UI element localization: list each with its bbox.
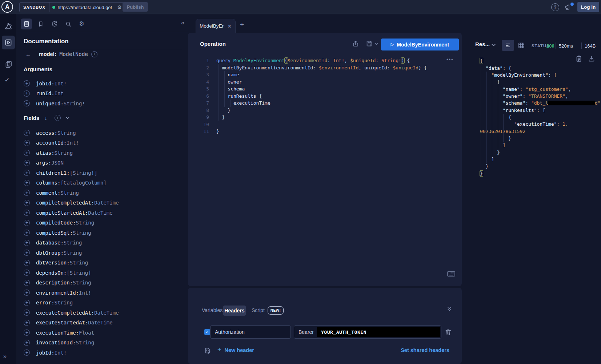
preflight-script-button[interactable]: [204, 347, 211, 354]
add-to-query-icon[interactable]: +: [24, 260, 30, 266]
field-row[interactable]: +jobId: Int!: [24, 348, 119, 358]
saved-operations-button[interactable]: [37, 21, 44, 27]
field-type[interactable]: Int!: [55, 81, 67, 86]
field-type[interactable]: [CatalogColumn]: [60, 180, 106, 186]
field-type[interactable]: Int!: [79, 290, 91, 296]
field-row[interactable]: +childrenL1: [String!]: [24, 168, 119, 178]
rail-item-schema[interactable]: [5, 23, 12, 30]
add-to-query-icon[interactable]: +: [24, 250, 30, 256]
close-tab-button[interactable]: ✕: [227, 24, 232, 29]
publish-button[interactable]: Publish: [123, 2, 148, 12]
new-header-button[interactable]: + New header: [217, 346, 254, 354]
argument-row[interactable]: +uniqueId: String!: [24, 98, 85, 109]
field-row[interactable]: +environmentId: Int!: [24, 288, 119, 298]
field-type[interactable]: String: [64, 250, 82, 256]
add-to-query-icon[interactable]: +: [24, 80, 30, 86]
add-to-query-icon[interactable]: +: [24, 160, 30, 166]
field-type[interactable]: JSON: [51, 160, 64, 166]
set-shared-headers-button[interactable]: Set shared headers: [398, 347, 449, 353]
back-arrow-icon[interactable]: ←: [25, 51, 31, 57]
breadcrumb-type[interactable]: ModelNode: [60, 51, 88, 57]
add-to-query-icon[interactable]: +: [24, 240, 30, 246]
add-to-query-icon[interactable]: +: [24, 150, 30, 156]
sort-fields-button[interactable]: ↓: [44, 115, 47, 121]
add-to-query-icon[interactable]: +: [24, 290, 30, 296]
argument-row[interactable]: +jobId: Int!: [24, 78, 85, 89]
field-row[interactable]: +dbtVersion: String: [24, 258, 119, 268]
tab-variables[interactable]: Variables: [202, 307, 223, 313]
field-type[interactable]: String: [55, 300, 73, 306]
field-row[interactable]: +dbtGroup: String: [24, 248, 119, 258]
add-to-query-icon[interactable]: +: [24, 100, 30, 106]
field-type[interactable]: DateTime: [94, 310, 119, 316]
history-button[interactable]: [51, 21, 58, 27]
add-to-query-icon[interactable]: +: [24, 340, 30, 346]
field-row[interactable]: +alias: String: [24, 148, 119, 158]
field-type[interactable]: String: [73, 230, 91, 236]
field-type[interactable]: String: [64, 240, 82, 246]
field-type[interactable]: DateTime: [94, 200, 119, 206]
add-to-query-icon[interactable]: +: [24, 200, 30, 206]
field-row[interactable]: +dependsOn: [String]: [24, 268, 119, 278]
save-operation-button[interactable]: [366, 40, 373, 47]
field-row[interactable]: +args: JSON: [24, 158, 119, 168]
explorer-settings-button[interactable]: ⚙: [79, 20, 84, 28]
field-row[interactable]: +database: String: [24, 238, 119, 248]
header-name-input[interactable]: [210, 325, 291, 339]
add-to-query-icon[interactable]: +: [24, 190, 30, 196]
field-type[interactable]: [String]: [67, 270, 91, 276]
add-to-query-icon[interactable]: +: [24, 90, 30, 97]
operation-tab[interactable]: ModelByEnvi... ✕: [196, 19, 236, 33]
field-type[interactable]: Int!: [55, 350, 67, 356]
add-all-fields-icon[interactable]: +: [91, 51, 97, 57]
field-row[interactable]: +executeStartedAt: DateTime: [24, 318, 119, 328]
rail-item-explorer[interactable]: [2, 36, 15, 49]
field-row[interactable]: +access: String: [24, 128, 119, 138]
field-type[interactable]: String: [55, 150, 73, 156]
expand-rail-button[interactable]: »: [3, 353, 7, 360]
field-row[interactable]: +compiledCode: String: [24, 218, 119, 228]
docs-tab-button[interactable]: [21, 19, 32, 29]
add-to-query-icon[interactable]: +: [24, 170, 30, 176]
share-operation-button[interactable]: [352, 40, 359, 47]
argument-row[interactable]: +runId: Int: [24, 89, 85, 99]
add-to-query-icon[interactable]: +: [24, 329, 30, 336]
save-menu-button[interactable]: [374, 43, 378, 45]
field-type[interactable]: [String!]: [70, 170, 97, 176]
keyboard-shortcuts-button[interactable]: [447, 271, 455, 277]
field-row[interactable]: +error: String: [24, 298, 119, 308]
add-to-query-icon[interactable]: +: [24, 349, 30, 356]
add-fields-button[interactable]: +: [55, 115, 61, 121]
response-table-view-button[interactable]: [518, 42, 525, 49]
field-type[interactable]: DateTime: [88, 210, 112, 216]
field-type[interactable]: DateTime: [88, 320, 112, 325]
add-to-query-icon[interactable]: +: [24, 300, 30, 306]
field-row[interactable]: +compiledSql: String: [24, 228, 119, 238]
login-button[interactable]: Log in: [577, 2, 599, 12]
field-row[interactable]: +executeCompletedAt: DateTime: [24, 308, 119, 318]
field-type[interactable]: String: [76, 220, 95, 226]
field-row[interactable]: +compileStartedAt: DateTime: [24, 208, 119, 218]
field-type[interactable]: Float: [79, 330, 94, 336]
chevron-down-icon[interactable]: [66, 117, 69, 119]
field-type[interactable]: String: [70, 260, 88, 266]
field-type[interactable]: Int: [55, 90, 64, 96]
field-row[interactable]: +executionTime: Float: [24, 328, 119, 338]
field-row[interactable]: +columns: [CatalogColumn]: [24, 178, 119, 188]
collapse-bottom-panel-button[interactable]: [447, 307, 452, 312]
field-row[interactable]: +accountId: Int!: [24, 138, 119, 148]
add-to-query-icon[interactable]: +: [24, 130, 30, 136]
rail-item-checklist[interactable]: ✓: [4, 76, 10, 84]
field-type[interactable]: String!: [64, 101, 85, 106]
add-to-query-icon[interactable]: +: [24, 140, 30, 146]
field-type[interactable]: String: [76, 340, 95, 345]
add-to-query-icon[interactable]: +: [24, 230, 30, 236]
editor-more-options-button[interactable]: •••: [446, 57, 454, 62]
tab-headers[interactable]: Headers: [223, 306, 246, 316]
add-to-query-icon[interactable]: +: [24, 280, 30, 286]
endpoint-url-field[interactable]: https://metadata.cloud.get: [49, 3, 115, 12]
auth-token-field[interactable]: YOUR_AUTH_TOKEN: [317, 327, 440, 337]
tab-script[interactable]: Script: [252, 307, 265, 313]
field-row[interactable]: +comment: String: [24, 188, 119, 198]
field-row[interactable]: +description: String: [24, 278, 119, 288]
